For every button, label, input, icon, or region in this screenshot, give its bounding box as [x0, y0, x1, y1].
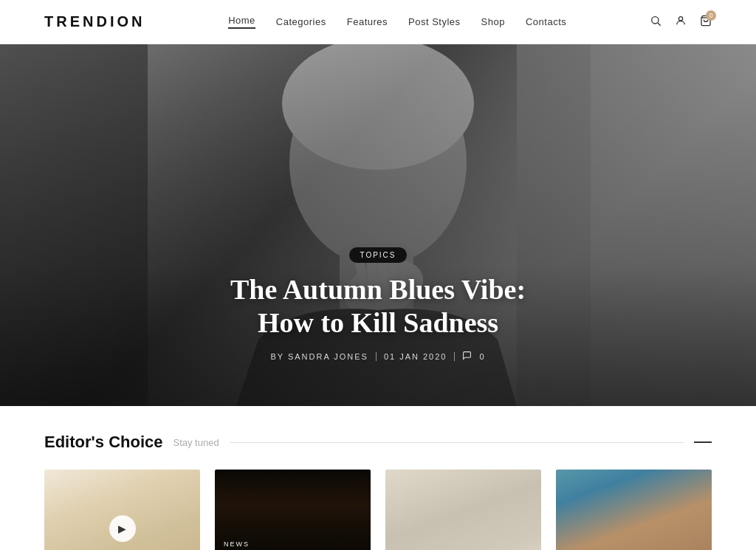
card-image-wrap-1: ▶ — [44, 470, 200, 550]
card-overlay: NEWSThe Best Clothing Brand Commercial — [215, 470, 371, 550]
nav-item-categories[interactable]: Categories — [276, 16, 326, 27]
user-button[interactable] — [675, 15, 687, 30]
hero-meta: BY SANDRA JONES 01 JAN 2020 0 — [230, 351, 526, 362]
card-image-wrap-2: NEWSThe Best Clothing Brand Commercial — [215, 470, 371, 550]
card-overlay-category: NEWS — [224, 540, 362, 548]
hero-title: The Autumn Blues Vibe: How to Kill Sadne… — [230, 273, 526, 340]
hero-meta-separator2 — [454, 352, 455, 361]
nav-item-shop[interactable]: Shop — [481, 16, 505, 27]
card-item-4[interactable]: NEWSSimple Rules of Happy and Healthy Li… — [556, 470, 712, 550]
editors-dash — [694, 441, 712, 443]
editors-line — [230, 442, 684, 443]
editors-header: Editor's Choice Stay tuned — [44, 433, 712, 452]
hero-meta-separator — [376, 352, 377, 361]
hero-comments-count: 0 — [479, 352, 485, 361]
hero-content: TOPICS The Autumn Blues Vibe: How to Kil… — [230, 247, 526, 362]
nav-item-contacts[interactable]: Contacts — [526, 16, 566, 27]
editors-title: Editor's Choice — [44, 433, 162, 452]
hero-comments-icon — [462, 351, 472, 362]
svg-point-0 — [652, 16, 659, 23]
hero-date: 01 JAN 2020 — [384, 352, 447, 361]
card-item-3[interactable]: NEWSNew Advertisement Agencies in Europe — [385, 470, 541, 550]
card-image-wrap-4 — [556, 470, 712, 550]
hero-badge: TOPICS — [349, 247, 406, 263]
play-button[interactable]: ▶ — [109, 515, 136, 542]
cart-badge: 0 — [706, 10, 716, 21]
card-item-2[interactable]: NEWSThe Best Clothing Brand Commercial — [215, 470, 371, 550]
header-icons: 0 — [650, 15, 712, 30]
editors-section: Editor's Choice Stay tuned ▶NEWSTrending… — [0, 406, 756, 550]
main-nav: HomeCategoriesFeaturesPost StylesShopCon… — [228, 15, 566, 29]
editors-subtitle: Stay tuned — [173, 437, 219, 448]
cards-grid: ▶NEWSTrending Photos on the Internet thi… — [44, 470, 712, 550]
site-header: TRENDION HomeCategoriesFeaturesPost Styl… — [0, 0, 756, 44]
card-image-wrap-3 — [385, 470, 541, 550]
nav-item-post-styles[interactable]: Post Styles — [408, 16, 461, 27]
nav-item-features[interactable]: Features — [347, 16, 388, 27]
cart-button[interactable]: 0 — [700, 15, 712, 30]
search-button[interactable] — [650, 15, 662, 30]
svg-point-2 — [678, 16, 682, 20]
hero-author: BY SANDRA JONES — [270, 352, 368, 361]
svg-line-1 — [658, 23, 661, 26]
site-logo[interactable]: TRENDION — [44, 13, 145, 30]
nav-item-home[interactable]: Home — [228, 15, 255, 29]
hero-section: TOPICS The Autumn Blues Vibe: How to Kil… — [0, 44, 756, 406]
card-item-1[interactable]: ▶NEWSTrending Photos on the Internet thi… — [44, 470, 200, 550]
